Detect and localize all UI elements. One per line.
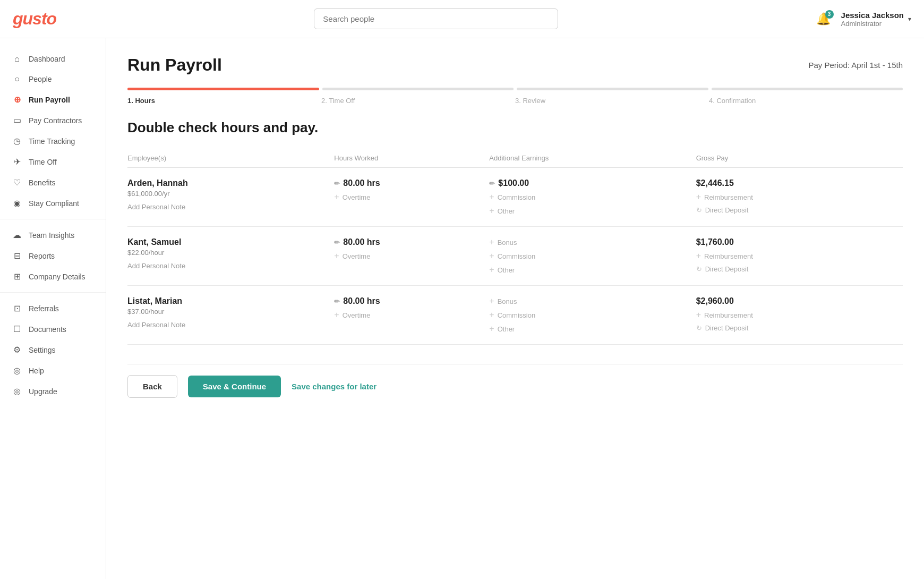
sidebar-item-help[interactable]: ◎ Help — [0, 360, 106, 381]
add-overtime-1[interactable]: + Overtime — [334, 192, 489, 202]
add-commission-2[interactable]: + Commission — [489, 251, 696, 261]
sidebar-item-time-off[interactable]: ✈ Time Off — [0, 151, 106, 172]
edit-icon: ✏ — [334, 297, 340, 305]
hours-value-1[interactable]: 80.00 hrs — [343, 178, 380, 188]
step-labels: 1. Hours 2. Time Off 3. Review 4. Confir… — [127, 97, 903, 105]
sidebar-label-documents: Documents — [29, 325, 66, 334]
refresh-icon: ↻ — [696, 324, 702, 332]
plus-icon: + — [489, 324, 494, 334]
add-note-1[interactable]: Add Personal Note — [127, 203, 334, 211]
step-label-3: 3. Review — [515, 97, 709, 105]
page-title: Run Payroll — [127, 55, 222, 75]
hours-col-3: ✏ 80.00 hrs + Overtime — [334, 296, 489, 320]
sidebar-label-time-off: Time Off — [29, 158, 57, 166]
sidebar-label-team-insights: Team Insights — [29, 231, 74, 240]
add-overtime-3[interactable]: + Overtime — [334, 310, 489, 320]
plus-icon: + — [489, 206, 494, 216]
contractors-icon: ▭ — [12, 115, 22, 125]
plus-icon: + — [489, 251, 494, 261]
save-continue-button[interactable]: Save & Continue — [188, 376, 281, 397]
add-bonus-3[interactable]: + Bonus — [489, 296, 696, 306]
earnings-col-2: + Bonus + Commission + Other — [489, 237, 696, 275]
gross-col-3: $2,960.00 + Reimbursement ↻ Direct Depos… — [696, 296, 903, 332]
sidebar-item-settings[interactable]: ⚙ Settings — [0, 339, 106, 360]
home-icon: ⌂ — [12, 54, 22, 64]
sidebar-label-time-tracking: Time Tracking — [29, 137, 75, 146]
hours-value-2[interactable]: 80.00 hrs — [343, 237, 380, 247]
sidebar-item-pay-contractors[interactable]: ▭ Pay Contractors — [0, 110, 106, 131]
progress-step-3 — [517, 88, 708, 90]
sidebar-item-company-details[interactable]: ⊞ Company Details — [0, 266, 106, 287]
step-label-1: 1. Hours — [127, 97, 321, 105]
add-other-3[interactable]: + Other — [489, 324, 696, 334]
sidebar-item-time-tracking[interactable]: ◷ Time Tracking — [0, 131, 106, 151]
people-icon: ○ — [12, 74, 22, 84]
sidebar-item-documents[interactable]: ☐ Documents — [0, 319, 106, 339]
employee-salary-3: $37.00/hour — [127, 308, 334, 316]
add-reimbursement-3[interactable]: + Reimbursement — [696, 310, 903, 320]
sidebar-label-company-details: Company Details — [29, 273, 85, 281]
add-commission-1[interactable]: + Commission — [489, 192, 696, 202]
plus-icon: + — [696, 251, 701, 261]
edit-icon: ✏ — [334, 239, 340, 246]
plus-icon: + — [489, 265, 494, 275]
layout: ⌂ Dashboard ○ People ⊕ Run Payroll ▭ Pay… — [0, 38, 924, 579]
user-menu[interactable]: Jessica Jackson Administrator ▾ — [841, 11, 911, 28]
add-note-3[interactable]: Add Personal Note — [127, 321, 334, 329]
plus-icon: + — [489, 310, 494, 320]
sidebar-item-upgrade[interactable]: ◎ Upgrade — [0, 381, 106, 402]
logo: gusto — [13, 9, 56, 29]
back-button[interactable]: Back — [127, 375, 177, 398]
page-header: Run Payroll Pay Period: April 1st - 15th — [127, 55, 903, 75]
sidebar-item-team-insights[interactable]: ☁ Team Insights — [0, 225, 106, 245]
sidebar-label-help: Help — [29, 367, 44, 375]
add-bonus-2[interactable]: + Bonus — [489, 237, 696, 247]
progress-steps: 1. Hours 2. Time Off 3. Review 4. Confir… — [127, 88, 903, 105]
hours-col-1: ✏ 80.00 hrs + Overtime — [334, 178, 489, 202]
sidebar-item-referrals[interactable]: ⊡ Referrals — [0, 298, 106, 319]
sidebar-label-pay-contractors: Pay Contractors — [29, 116, 82, 125]
add-other-1[interactable]: + Other — [489, 206, 696, 216]
add-commission-3[interactable]: + Commission — [489, 310, 696, 320]
help-icon: ◎ — [12, 365, 22, 376]
sidebar-item-people[interactable]: ○ People — [0, 69, 106, 89]
add-other-2[interactable]: + Other — [489, 265, 696, 275]
add-note-2[interactable]: Add Personal Note — [127, 262, 334, 270]
direct-deposit-1[interactable]: ↻ Direct Deposit — [696, 206, 903, 214]
add-overtime-2[interactable]: + Overtime — [334, 251, 489, 261]
step-label-2: 2. Time Off — [321, 97, 515, 105]
sidebar-divider — [0, 219, 106, 219]
plus-icon: + — [696, 310, 701, 320]
sidebar-label-reports: Reports — [29, 252, 55, 260]
col-header-hours: Hours Worked — [334, 154, 489, 162]
col-header-employees: Employee(s) — [127, 154, 334, 162]
sidebar-item-dashboard[interactable]: ⌂ Dashboard — [0, 49, 106, 69]
payroll-icon: ⊕ — [12, 95, 22, 105]
hours-value-3[interactable]: 80.00 hrs — [343, 296, 380, 306]
sidebar-item-stay-compliant[interactable]: ◉ Stay Compliant — [0, 193, 106, 214]
compliant-icon: ◉ — [12, 198, 22, 208]
sidebar: ⌂ Dashboard ○ People ⊕ Run Payroll ▭ Pay… — [0, 38, 106, 579]
plus-icon: + — [334, 251, 339, 261]
save-later-button[interactable]: Save changes for later — [292, 382, 377, 391]
time-off-icon: ✈ — [12, 157, 22, 167]
search-input[interactable] — [314, 8, 558, 29]
plus-icon: + — [489, 237, 494, 247]
insights-icon: ☁ — [12, 230, 22, 240]
sidebar-divider-2 — [0, 292, 106, 293]
direct-deposit-2[interactable]: ↻ Direct Deposit — [696, 265, 903, 273]
sidebar-item-reports[interactable]: ⊟ Reports — [0, 245, 106, 266]
add-reimbursement-2[interactable]: + Reimbursement — [696, 251, 903, 261]
gross-col-1: $2,446.15 + Reimbursement ↻ Direct Depos… — [696, 178, 903, 214]
sidebar-item-benefits[interactable]: ♡ Benefits — [0, 172, 106, 193]
earnings-value-1[interactable]: $100.00 — [498, 178, 529, 188]
notification-bell[interactable]: 🔔 3 — [816, 12, 831, 26]
earnings-col-1: ✏ $100.00 + Commission + Other — [489, 178, 696, 216]
table-row: Arden, Hannah $61,000.00/yr Add Personal… — [127, 168, 903, 227]
earnings-col-3: + Bonus + Commission + Other — [489, 296, 696, 334]
gross-col-2: $1,760.00 + Reimbursement ↻ Direct Depos… — [696, 237, 903, 273]
sidebar-item-run-payroll[interactable]: ⊕ Run Payroll — [0, 89, 106, 110]
add-reimbursement-1[interactable]: + Reimbursement — [696, 192, 903, 202]
direct-deposit-3[interactable]: ↻ Direct Deposit — [696, 324, 903, 332]
sidebar-label-settings: Settings — [29, 346, 56, 354]
